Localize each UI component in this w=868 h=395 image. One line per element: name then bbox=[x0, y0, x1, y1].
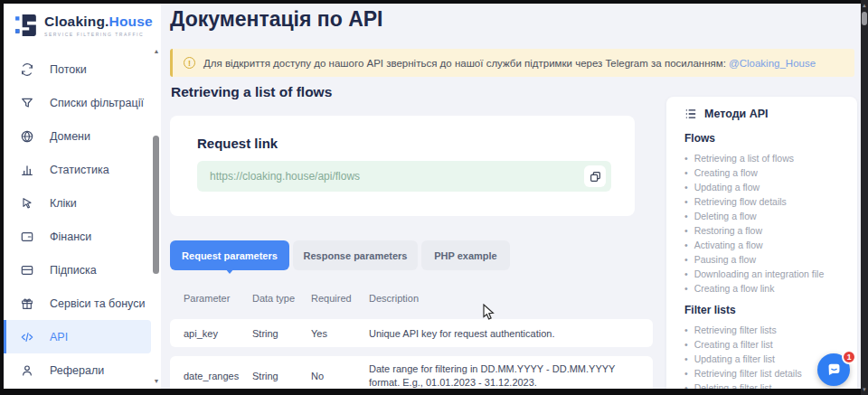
method-link[interactable]: •Creating a flow link bbox=[684, 281, 843, 296]
wallet-icon bbox=[20, 230, 34, 244]
scroll-down-icon[interactable]: ▼ bbox=[861, 386, 868, 393]
method-link[interactable]: •Creating a flow bbox=[684, 165, 843, 180]
request-link-title: Request link bbox=[197, 136, 278, 151]
cell-description: Date range for filtering in DD.MM.YYYY -… bbox=[369, 362, 637, 389]
telegram-link[interactable]: @Cloaking_House bbox=[729, 58, 816, 69]
scroll-up-icon[interactable]: ▲ bbox=[861, 2, 868, 9]
info-icon: ! bbox=[184, 57, 195, 69]
method-link[interactable]: •Downloading an integration file bbox=[684, 267, 843, 281]
table-row: api_key String Yes Unique API key for re… bbox=[170, 319, 653, 347]
gift-icon bbox=[20, 296, 34, 311]
sidebar-item-label: Підписка bbox=[50, 264, 97, 277]
method-link[interactable]: •Retrieving flow details bbox=[684, 194, 843, 209]
page-scrollbar[interactable]: ▲ ▼ bbox=[861, 0, 868, 395]
method-link[interactable]: •Pausing a flow bbox=[684, 252, 843, 267]
methods-panel-title: Методи API bbox=[684, 108, 843, 120]
method-link[interactable]: •Deleting a filter list bbox=[684, 381, 843, 389]
sidebar-item-flows[interactable]: Потоки bbox=[4, 52, 151, 86]
card-icon bbox=[20, 263, 34, 277]
methods-group-filter-lists: Filter lists bbox=[684, 304, 843, 316]
method-link[interactable]: •Restoring a flow bbox=[684, 223, 843, 238]
cursor-icon bbox=[20, 196, 34, 211]
method-link[interactable]: •Retrieving filter lists bbox=[684, 323, 843, 337]
sidebar-item-label: Реферали bbox=[50, 364, 104, 377]
user-icon bbox=[20, 363, 34, 378]
col-header-parameter: Parameter bbox=[184, 293, 230, 304]
sidebar-item-referrals[interactable]: Реферали bbox=[4, 353, 151, 387]
cell-data-type: String bbox=[252, 371, 296, 381]
tab-request-parameters[interactable]: Request parameters bbox=[170, 240, 289, 270]
sidebar-item-label: Потоки bbox=[50, 63, 87, 76]
logo[interactable]: Cloaking.House SERVICE FILTERING TRAFFIC bbox=[14, 14, 153, 37]
sidebar-item-statistics[interactable]: Статистика bbox=[4, 153, 151, 186]
sidebar-item-label: Списки фільтрації bbox=[50, 97, 144, 109]
sidebar-item-clicks[interactable]: Кліки bbox=[4, 186, 151, 220]
sidebar-item-label: Сервіси та бонуси bbox=[50, 297, 145, 310]
copy-button[interactable] bbox=[584, 165, 606, 187]
cell-description: Unique API key for request authenticatio… bbox=[369, 326, 637, 340]
code-icon bbox=[20, 330, 34, 344]
parameter-tabs: Request parameters Response parameters P… bbox=[170, 240, 510, 270]
col-header-description: Description bbox=[369, 292, 637, 306]
method-link[interactable]: •Activating a flow bbox=[684, 238, 843, 252]
method-link[interactable]: •Creating a filter list bbox=[684, 337, 843, 352]
page-title: Документація по API bbox=[170, 7, 382, 32]
method-link[interactable]: •Updating a flow bbox=[684, 180, 843, 194]
request-url-field[interactable]: https://cloaking.house/api/flows bbox=[197, 161, 611, 192]
tab-php-example[interactable]: PHP example bbox=[421, 240, 510, 270]
sidebar-scroll-up-icon[interactable]: ▲ bbox=[151, 48, 162, 54]
notification-badge: 1 bbox=[842, 350, 856, 364]
sidebar-item-label: Статистика bbox=[50, 164, 109, 176]
copy-icon bbox=[590, 171, 601, 183]
cell-parameter: api_key bbox=[184, 328, 218, 339]
sidebar-item-finance[interactable]: Фінанси bbox=[4, 220, 151, 253]
sidebar-menu: Потоки Списки фільтрації Домени Статисти… bbox=[4, 52, 151, 387]
sidebar-item-label: Фінанси bbox=[50, 230, 91, 243]
method-link[interactable]: •Deleting a flow bbox=[684, 209, 843, 223]
sidebar: Cloaking.House SERVICE FILTERING TRAFFIC… bbox=[4, 4, 161, 389]
section-title: Retrieving a list of flows bbox=[171, 84, 332, 100]
table-header-row: Parameter Data type Required Description bbox=[170, 282, 653, 315]
cell-parameter: date_ranges bbox=[184, 371, 239, 381]
methods-group-flows: Flows bbox=[684, 132, 843, 145]
filter-icon bbox=[20, 96, 34, 110]
banner-text: Для відкриття доступу до нашого API звер… bbox=[203, 58, 816, 69]
sidebar-item-subscription[interactable]: Підписка bbox=[4, 253, 151, 287]
sidebar-item-domains[interactable]: Домени bbox=[4, 119, 151, 153]
sidebar-item-label: Домени bbox=[50, 130, 90, 143]
request-link-card: Request link https://cloaking.house/api/… bbox=[170, 116, 635, 216]
sidebar-item-label: Кліки bbox=[50, 197, 77, 210]
logo-title: Cloaking.House bbox=[44, 14, 153, 29]
tab-response-parameters[interactable]: Response parameters bbox=[293, 240, 418, 270]
bar-chart-icon bbox=[20, 163, 34, 177]
sidebar-scrollbar-thumb[interactable] bbox=[153, 136, 159, 274]
col-header-data-type: Data type bbox=[252, 293, 296, 304]
cell-required: No bbox=[311, 371, 324, 381]
sidebar-item-filter-lists[interactable]: Списки фільтрації bbox=[4, 86, 151, 119]
logo-subtitle: SERVICE FILTERING TRAFFIC bbox=[44, 32, 153, 37]
request-url-value: https://cloaking.house/api/flows bbox=[210, 170, 584, 183]
cell-data-type: String bbox=[252, 328, 296, 339]
sidebar-item-services[interactable]: Сервіси та бонуси bbox=[4, 287, 151, 320]
sidebar-scroll-down-icon[interactable]: ▼ bbox=[151, 378, 162, 384]
method-link[interactable]: •Retrieving a list of flows bbox=[684, 151, 843, 165]
app-window: Cloaking.House SERVICE FILTERING TRAFFIC… bbox=[4, 4, 861, 389]
list-icon bbox=[684, 108, 697, 120]
cell-required: Yes bbox=[311, 328, 327, 339]
api-methods-panel: Методи API Flows •Retrieving a list of f… bbox=[666, 97, 857, 389]
chat-bubble-icon bbox=[826, 362, 842, 378]
sidebar-item-label: API bbox=[50, 331, 68, 343]
sync-icon bbox=[20, 62, 34, 77]
page-scrollbar-thumb[interactable] bbox=[862, 12, 867, 25]
col-header-required: Required bbox=[311, 293, 352, 304]
globe-icon bbox=[20, 129, 34, 144]
cloaking-house-logo-icon bbox=[14, 14, 38, 37]
telegram-info-banner: ! Для відкриття доступу до нашого API зв… bbox=[170, 49, 854, 77]
table-row: date_ranges String No Date range for fil… bbox=[170, 356, 653, 389]
sidebar-item-api[interactable]: API bbox=[4, 320, 151, 353]
